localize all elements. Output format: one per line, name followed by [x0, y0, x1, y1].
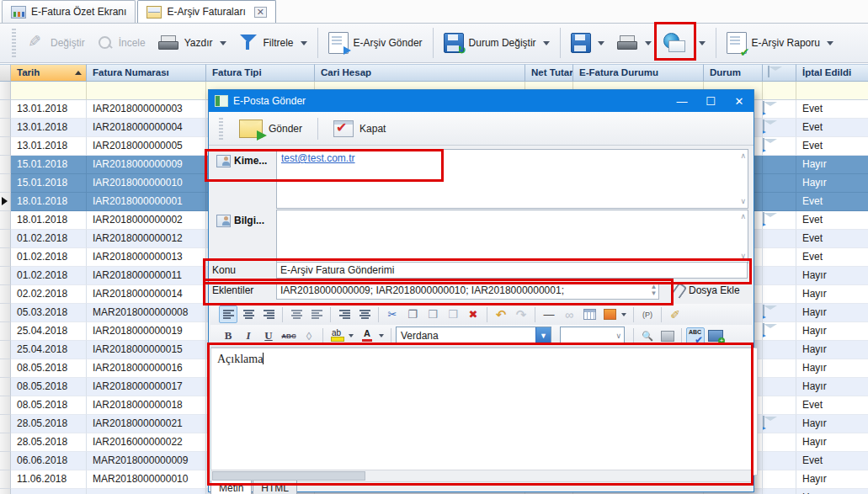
dropdown-caret-icon[interactable] [827, 41, 833, 45]
delete-icon[interactable] [464, 305, 482, 323]
column-header-mail[interactable] [763, 64, 796, 82]
incele-button[interactable]: İncele [91, 31, 152, 55]
cell-tarih[interactable]: 18.01.2018 [11, 193, 87, 211]
cell-fatura-no[interactable]: IAR2018000000018 [87, 396, 206, 415]
cell-tarih[interactable]: 13.01.2018 [11, 137, 87, 156]
cut-icon[interactable] [383, 305, 402, 323]
cell-iptal-edildi[interactable]: Hayır [796, 359, 868, 378]
cell-tarih[interactable]: 06.06.2018 [11, 452, 87, 470]
print-small-icon[interactable] [658, 327, 677, 345]
bold-icon[interactable] [219, 327, 237, 345]
cell-tarih[interactable] [11, 489, 87, 494]
earsiv-raporu-button[interactable]: E-Arşiv Raporu [721, 29, 839, 57]
cell-mail[interactable] [763, 378, 796, 396]
column-header-cari-hesap[interactable]: Cari Hesap [315, 64, 525, 82]
dropdown-caret-icon[interactable] [699, 41, 706, 45]
cell-tarih[interactable]: 25.04.2018 [11, 341, 87, 359]
cell-mail[interactable] [763, 285, 796, 304]
filter-cell-tarih[interactable] [11, 82, 87, 100]
cell-iptal-edildi[interactable]: Hayır [796, 322, 868, 341]
cell-fatura-no[interactable]: IAR2018000000021 [87, 415, 206, 433]
cell-mail[interactable] [763, 230, 796, 248]
cell-mail[interactable] [763, 156, 796, 174]
tab-earsiv-faturalari[interactable]: E-Arşiv Faturaları ✕ [137, 0, 276, 23]
cell-fatura-no[interactable]: IAR2018000000005 [87, 137, 206, 156]
cell-iptal-edildi[interactable]: Evet [796, 193, 868, 211]
scroll-up-icon[interactable]: ∧ [740, 152, 746, 160]
cell-tarih[interactable]: 18.01.2018 [11, 211, 87, 230]
cell-mail[interactable] [763, 433, 796, 452]
cell-mail[interactable] [763, 322, 796, 341]
column-header-fatura-no[interactable]: Fatura Numarası [87, 64, 206, 82]
dropdown-caret-icon[interactable] [301, 41, 307, 45]
cell-mail[interactable] [763, 359, 796, 378]
cell-tarih[interactable]: 08.05.2018 [11, 378, 87, 396]
to-value[interactable]: test@test.com.tr [281, 152, 355, 164]
cell-fatura-no[interactable]: IAR2018000000014 [87, 285, 206, 304]
attachments-input[interactable]: IAR2018000000009; IAR2018000000010; IAR2… [276, 282, 659, 300]
kapat-button[interactable]: Kapat [326, 117, 393, 141]
cell-tarih[interactable]: 01.02.2018 [11, 230, 87, 248]
dropdown-caret-icon[interactable] [645, 41, 652, 45]
tab-metin[interactable]: Metin [210, 481, 252, 494]
cell-mail[interactable] [763, 267, 796, 285]
cell-mail[interactable] [763, 211, 796, 230]
cell-tarih[interactable]: 11.06.2018 [11, 470, 87, 489]
tab-close-icon[interactable]: ✕ [254, 7, 267, 18]
cell-fatura-no[interactable]: IAR2018000000004 [87, 119, 206, 137]
earsiv-gonder-button[interactable]: E-Arşiv Gönder [322, 29, 429, 57]
cell-fatura-no[interactable]: IAR2018000000003 [87, 100, 206, 119]
tab-efatura-ozet[interactable]: E-Fatura Özet Ekranı [2, 0, 136, 23]
save-button[interactable] [565, 29, 610, 56]
cell-iptal-edildi[interactable]: Hayır [796, 489, 868, 494]
table-icon[interactable] [580, 305, 599, 323]
paste-icon[interactable] [423, 305, 442, 323]
dropdown-caret-icon[interactable] [543, 41, 550, 45]
close-icon[interactable]: ✕ [725, 90, 754, 112]
format-painter-icon[interactable] [666, 305, 684, 323]
paragraph-icon[interactable] [638, 305, 657, 323]
cell-fatura-no[interactable]: MAR2018000000009 [87, 452, 206, 470]
cell-fatura-no[interactable]: MAR2018000000008 [87, 304, 206, 322]
cell-fatura-no[interactable]: IAR2018000000012 [87, 230, 206, 248]
cell-tarih[interactable]: 25.04.2018 [11, 322, 87, 341]
align-right-icon[interactable] [259, 305, 278, 323]
cell-mail[interactable] [763, 415, 796, 433]
dropdown-caret-icon[interactable] [220, 41, 226, 45]
cell-mail[interactable] [763, 193, 796, 211]
dropdown-caret-icon[interactable] [598, 41, 604, 45]
spellcheck-icon[interactable] [686, 327, 705, 345]
paste-text-icon[interactable] [444, 305, 462, 323]
cell-iptal-edildi[interactable]: Hayır [796, 156, 868, 174]
column-header-tarih[interactable]: Tarih [11, 64, 87, 82]
align-center-icon[interactable] [239, 305, 258, 323]
cell-tarih[interactable]: 08.05.2018 [11, 359, 87, 378]
cell-mail[interactable] [763, 452, 796, 470]
cell-iptal-edildi[interactable]: Hayır [796, 415, 868, 433]
cell-fatura-no[interactable]: IAR2018000000009 [87, 156, 206, 174]
durum-degistir-button[interactable]: ↻ Durum Değiştir [438, 29, 556, 56]
cell-fatura-no[interactable]: IAR2018000000017 [87, 378, 206, 396]
to-field[interactable]: test@test.com.tr ∧ ∨ [276, 149, 748, 209]
cell-iptal-edildi[interactable]: Evet [796, 230, 868, 248]
cc-field[interactable]: ∧ ∨ [276, 210, 748, 263]
numbered-list-icon[interactable] [287, 305, 306, 323]
cell-mail[interactable] [763, 489, 796, 494]
italic-icon[interactable] [239, 327, 258, 345]
column-header-efatura-durumu[interactable]: E-Fatura Durumu [573, 64, 704, 82]
cell-mail[interactable] [763, 341, 796, 359]
clear-format-icon[interactable] [300, 327, 318, 345]
cell-mail[interactable] [763, 248, 796, 267]
yazdir-button[interactable]: Yazdır [152, 30, 232, 56]
cell-mail[interactable] [763, 304, 796, 322]
cell-iptal-edildi[interactable]: Evet [796, 248, 868, 267]
undo-icon[interactable] [492, 305, 510, 323]
cell-fatura-no[interactable]: IAR2018000000016 [87, 359, 206, 378]
font-size-select[interactable]: ∨ [560, 327, 625, 345]
send-email-button[interactable] [658, 29, 711, 56]
html-insert-icon[interactable] [706, 327, 725, 345]
cell-fatura-no[interactable]: IAR2018000000011 [87, 267, 206, 285]
cell-iptal-edildi[interactable]: Evet [796, 100, 868, 119]
degistir-button[interactable]: Değiştir [21, 30, 91, 56]
column-header-durum[interactable]: Durum [704, 64, 763, 82]
